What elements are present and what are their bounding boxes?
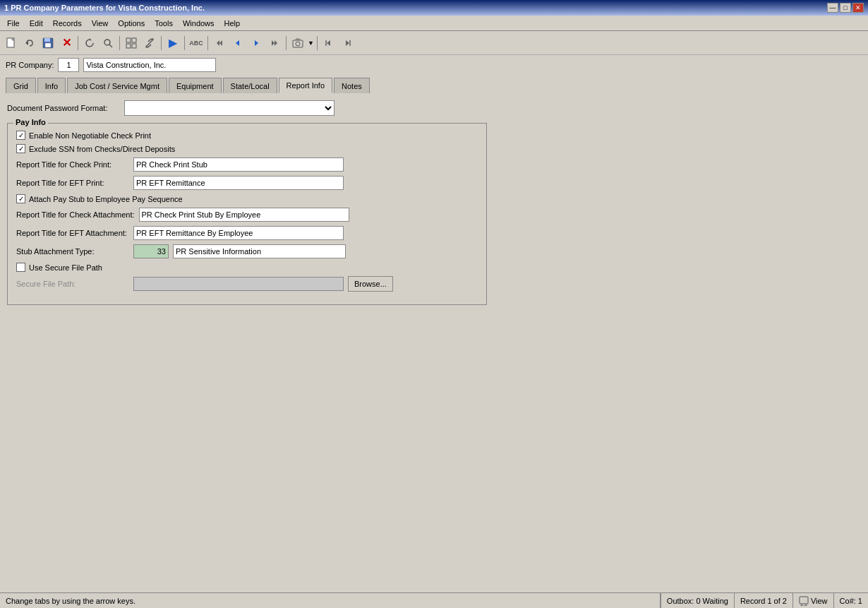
toolbar-separator-5 (207, 36, 208, 50)
toolbar-undo[interactable] (21, 35, 38, 52)
toolbar-nav-next[interactable] (248, 35, 265, 52)
toolbar-separator-6 (286, 36, 287, 50)
pay-info-group: Pay Info ✓ Enable Non Negotiable Check P… (7, 123, 487, 305)
svg-rect-4 (44, 38, 50, 42)
pay-info-title: Pay Info (13, 118, 48, 126)
toolbar-camera-dropdown[interactable]: ▼ (308, 40, 314, 47)
title-bar-text: 1 PR Company Parameters for Vista Constr… (4, 4, 205, 12)
exclude-ssn-checkbox[interactable]: ✓ (16, 144, 25, 153)
tab-bar: Grid Info Job Cost / Service Mgmt Equipm… (0, 75, 868, 93)
menu-records[interactable]: Records (49, 18, 86, 29)
tab-report-info[interactable]: Report Info (279, 78, 332, 93)
toolbar-new[interactable] (3, 35, 20, 52)
close-button[interactable]: ✕ (852, 3, 864, 13)
check-print-label: Report Title for Check Print: (16, 160, 129, 169)
restore-button[interactable]: □ (840, 3, 851, 13)
check-attachment-label: Report Title for Check Attachment: (16, 210, 135, 219)
eft-print-input[interactable] (133, 176, 344, 190)
toolbar-abc[interactable]: ABC (188, 35, 205, 52)
toolbar-refresh[interactable] (81, 35, 98, 52)
main-window: 1 PR Company Parameters for Vista Constr… (0, 0, 868, 608)
menu-windows[interactable]: Windows (179, 18, 219, 29)
menu-tools[interactable]: Tools (150, 18, 177, 29)
use-secure-file-path-checkbox[interactable] (16, 263, 25, 272)
eft-attachment-input[interactable] (133, 226, 344, 240)
toolbar-delete[interactable]: ✕ (58, 35, 75, 52)
tab-notes[interactable]: Notes (334, 78, 370, 93)
check-attachment-row: Report Title for Check Attachment: (16, 208, 478, 222)
eft-attachment-row: Report Title for EFT Attachment: (16, 226, 478, 240)
stub-attachment-row: Stub Attachment Type: (16, 244, 478, 258)
status-view: View (792, 593, 833, 609)
toolbar-separator-4 (184, 36, 185, 50)
toolbar-link[interactable] (141, 35, 158, 52)
toolbar-next-record[interactable] (339, 35, 356, 52)
check-print-input[interactable] (133, 157, 344, 172)
svg-rect-26 (800, 597, 808, 604)
svg-line-8 (109, 44, 112, 47)
check-attachment-input[interactable] (139, 208, 349, 222)
eft-attachment-label: Report Title for EFT Attachment: (16, 229, 129, 237)
company-row: PR Company: (0, 55, 868, 75)
toolbar-camera[interactable] (289, 35, 306, 52)
status-message: Change tabs by using the arrow keys. (0, 597, 660, 605)
enable-non-negotiable-label: Enable Non Negotiable Check Print (29, 131, 151, 140)
toolbar-grid[interactable] (123, 35, 140, 52)
svg-marker-24 (346, 40, 349, 46)
toolbar-arrow-right-circle[interactable]: ▶ (164, 35, 181, 52)
menu-help[interactable]: Help (220, 18, 245, 29)
company-number-input[interactable] (58, 58, 79, 72)
title-bar: 1 PR Company Parameters for Vista Constr… (0, 0, 868, 16)
toolbar: ✕ ▶ ABC (0, 31, 868, 55)
minimize-button[interactable]: — (827, 3, 838, 13)
secure-file-path-row: Secure File Path: Browse... (16, 276, 478, 292)
checkbox-row-3: ✓ Attach Pay Stub to Employee Pay Sequen… (16, 194, 478, 203)
toolbar-save[interactable] (40, 35, 56, 52)
toolbar-separator-1 (78, 36, 78, 50)
svg-marker-16 (236, 40, 239, 46)
browse-button[interactable]: Browse... (348, 276, 393, 292)
toolbar-nav-prev[interactable] (229, 35, 246, 52)
svg-point-21 (296, 42, 300, 46)
status-right: Outbox: 0 Waiting Record 1 of 2 View Co#… (660, 593, 868, 609)
secure-path-check-row: Use Secure File Path (16, 263, 478, 272)
menu-options[interactable]: Options (114, 18, 149, 29)
enable-non-negotiable-checkbox[interactable]: ✓ (16, 131, 25, 140)
tab-info[interactable]: Info (37, 78, 66, 93)
menu-file[interactable]: File (3, 18, 24, 29)
toolbar-prev-record[interactable] (320, 35, 337, 52)
tab-grid[interactable]: Grid (6, 78, 36, 93)
checkbox-row-1: ✓ Enable Non Negotiable Check Print (16, 131, 478, 140)
toolbar-separator-7 (317, 36, 318, 50)
tab-job-cost[interactable]: Job Cost / Service Mgmt (67, 78, 167, 93)
secure-file-path-input[interactable] (133, 277, 344, 291)
menu-bar: File Edit Records View Options Tools Win… (0, 16, 868, 31)
toolbar-separator-2 (119, 36, 120, 50)
toolbar-nav-first[interactable] (211, 35, 228, 52)
exclude-ssn-label: Exclude SSN from Checks/Direct Deposits (29, 145, 175, 153)
stub-attachment-number[interactable] (133, 244, 169, 258)
svg-marker-15 (219, 40, 222, 46)
doc-password-dropdown[interactable] (124, 100, 334, 116)
toolbar-nav-last[interactable] (266, 35, 283, 52)
doc-password-label: Document Password Format: (7, 104, 120, 112)
toolbar-separator-3 (161, 36, 162, 50)
svg-marker-14 (217, 40, 219, 46)
main-content: Document Password Format: Pay Info ✓ Ena… (0, 93, 868, 608)
company-name-input[interactable] (83, 58, 216, 72)
svg-rect-11 (126, 44, 131, 48)
tab-equipment[interactable]: Equipment (169, 78, 222, 93)
svg-marker-19 (275, 40, 277, 46)
tab-state-local[interactable]: State/Local (223, 78, 277, 93)
svg-marker-17 (255, 40, 258, 46)
menu-view[interactable]: View (88, 18, 113, 29)
menu-edit[interactable]: Edit (25, 18, 47, 29)
attach-pay-stub-checkbox[interactable]: ✓ (16, 194, 25, 203)
toolbar-search[interactable] (100, 35, 116, 52)
stub-attachment-name[interactable] (173, 244, 346, 258)
company-label: PR Company: (6, 61, 54, 69)
svg-marker-22 (327, 40, 330, 46)
eft-print-row: Report Title for EFT Print: (16, 176, 478, 190)
checkbox-row-2: ✓ Exclude SSN from Checks/Direct Deposit… (16, 144, 478, 153)
title-bar-buttons: — □ ✕ (827, 3, 864, 13)
